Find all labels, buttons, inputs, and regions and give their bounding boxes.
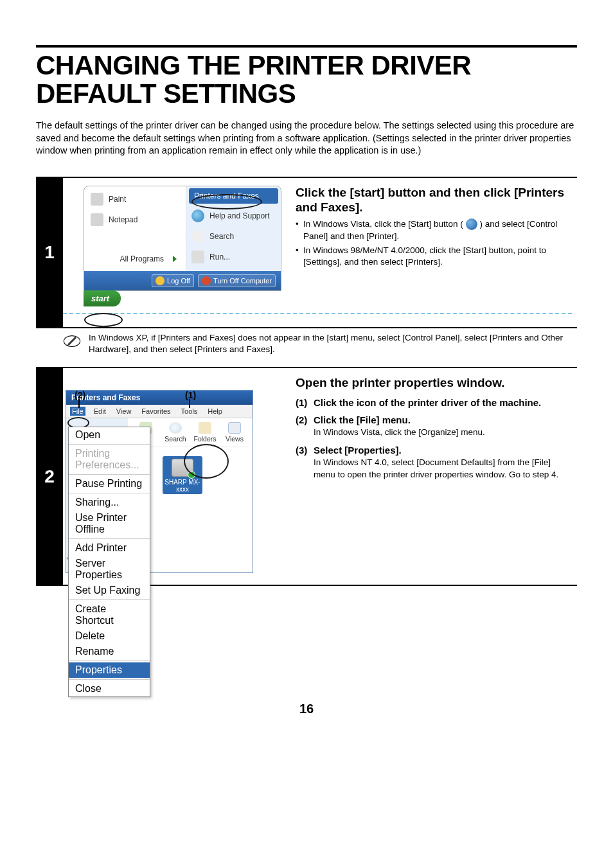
intro-paragraph: The default settings of the printer driv… <box>36 120 577 157</box>
views-icon <box>228 422 241 434</box>
folders-icon <box>199 422 211 434</box>
start-menu-all-programs: All Programs <box>120 254 164 263</box>
step-1-note: In Windows XP, if [Printers and Faxes] d… <box>63 332 577 355</box>
callout-2: (2) <box>75 390 85 400</box>
search-icon <box>191 230 204 243</box>
chevron-right-icon <box>173 256 177 262</box>
step-1-bullet-2: In Windows 98/Me/NT 4.0/2000, click the … <box>296 245 572 268</box>
step-1: 1 Paint Notepad All Programs <box>36 177 577 328</box>
start-menu-search: Search <box>209 232 234 241</box>
step-2-sub3-text: In Windows NT 4.0, select [Document Defa… <box>296 457 572 480</box>
start-menu-turnoff: Turn Off Computer <box>213 277 272 285</box>
start-button-icon: start <box>84 290 121 306</box>
page-number: 16 <box>36 702 577 716</box>
start-menu-logoff: Log Off <box>167 277 190 285</box>
file-dropdown-mock-icon: Open Printing Preferences... Pause Print… <box>68 427 150 697</box>
window-title: Printers and Faxes <box>66 391 253 405</box>
step-1-heading: Click the [start] button and then click … <box>296 186 572 215</box>
note-pencil-icon <box>63 332 81 350</box>
power-icon <box>202 276 211 285</box>
step-2-sub2-text: In Windows Vista, click the [Organize] m… <box>296 427 572 438</box>
step-1-number: 1 <box>36 178 63 327</box>
start-menu-run: Run... <box>209 252 230 261</box>
step-2-sub3: (3)Select [Properties]. <box>296 445 572 456</box>
step-1-bullet-1: In Windows Vista, click the [Start] butt… <box>296 218 572 242</box>
step-2-sub1: (1)Click the icon of the printer driver … <box>296 397 572 408</box>
callout-1: (1) <box>185 390 196 400</box>
step-2-heading: Open the printer properties window. <box>296 376 572 391</box>
help-icon <box>191 209 204 222</box>
logoff-icon <box>155 276 164 285</box>
file-menu: File <box>70 407 85 416</box>
callout-oval-icon <box>191 194 262 209</box>
step-2-number: 2 <box>36 368 63 585</box>
windows-vista-start-icon <box>466 218 477 230</box>
callout-oval-icon <box>84 313 123 327</box>
step-2: 2 (2) (1) Printers and Faxes File Edit V… <box>36 367 577 586</box>
search-icon <box>169 422 182 434</box>
start-menu-paint: Paint <box>109 195 126 204</box>
start-menu-help: Help and Support <box>209 211 269 220</box>
step-2-sub2: (2)Click the [File] menu. <box>296 414 572 425</box>
run-icon <box>191 251 204 263</box>
start-menu-notepad: Notepad <box>109 215 138 224</box>
page-title: CHANGING THE PRINTER DRIVER DEFAULT SETT… <box>36 45 577 108</box>
callout-oval-icon <box>184 444 229 479</box>
